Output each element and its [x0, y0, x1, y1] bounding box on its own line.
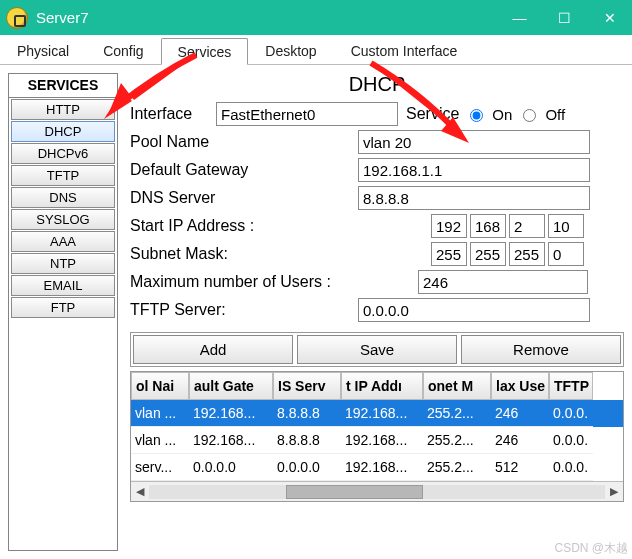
minimize-button[interactable]: — [497, 0, 542, 35]
sidebar-item-email[interactable]: EMAIL [11, 275, 115, 296]
dns-input[interactable] [358, 186, 590, 210]
table-cell: vlan ... [131, 427, 189, 454]
save-button[interactable]: Save [297, 335, 457, 364]
table-cell: 255.2... [423, 454, 491, 481]
table-row[interactable]: vlan ...192.168...8.8.8.8192.168...255.2… [131, 427, 623, 454]
table-cell: 192.168... [341, 400, 423, 427]
sidebar-item-ftp[interactable]: FTP [11, 297, 115, 318]
table-cell: 0.0.0.0 [189, 454, 273, 481]
table-cell: 192.168... [341, 427, 423, 454]
title-bar: Server7 — ☐ ✕ [0, 0, 632, 35]
col-maxuser[interactable]: lax Use [491, 372, 549, 400]
add-button[interactable]: Add [133, 335, 293, 364]
table-cell: 0.0.0. [549, 427, 593, 454]
mask-oct4[interactable] [548, 242, 584, 266]
start-ip-oct3[interactable] [509, 214, 545, 238]
grid-header: ol Nai ault Gate IS Serv t IP Addı onet … [131, 372, 623, 400]
col-gateway[interactable]: ault Gate [189, 372, 273, 400]
grid-hscroll[interactable]: ◀ ▶ [131, 481, 623, 501]
sidebar-item-ntp[interactable]: NTP [11, 253, 115, 274]
table-row[interactable]: vlan ...192.168...8.8.8.8192.168...255.2… [131, 400, 623, 427]
table-cell: 0.0.0.0 [273, 454, 341, 481]
services-sidebar: SERVICES HTTP DHCP DHCPv6 TFTP DNS SYSLO… [8, 73, 118, 551]
tftp-label: TFTP Server: [130, 301, 350, 319]
table-cell: vlan ... [131, 400, 189, 427]
service-label: Service [406, 105, 459, 123]
gateway-label: Default Gateway [130, 161, 350, 179]
sidebar-item-dhcp[interactable]: DHCP [11, 121, 115, 142]
scroll-thumb[interactable] [286, 485, 423, 499]
col-tftp[interactable]: TFTP [549, 372, 593, 400]
service-on-radio[interactable] [470, 109, 483, 122]
tab-services[interactable]: Services [161, 38, 249, 65]
table-cell: 512 [491, 454, 549, 481]
tab-bar: Physical Config Services Desktop Custom … [0, 35, 632, 65]
col-startip[interactable]: t IP Addı [341, 372, 423, 400]
start-ip-label: Start IP Address : [130, 217, 420, 235]
dhcp-panel: DHCP Interface Service On Off Pool Name … [126, 65, 632, 559]
table-cell: serv... [131, 454, 189, 481]
start-ip-oct4[interactable] [548, 214, 584, 238]
interface-label: Interface [130, 105, 208, 123]
mask-label: Subnet Mask: [130, 245, 420, 263]
maxusers-label: Maximum number of Users : [130, 273, 410, 291]
pool-name-input[interactable] [358, 130, 590, 154]
sidebar-item-http[interactable]: HTTP [11, 99, 115, 120]
action-buttons: Add Save Remove [130, 332, 624, 367]
table-cell: 246 [491, 400, 549, 427]
sidebar-item-syslog[interactable]: SYSLOG [11, 209, 115, 230]
start-ip-oct2[interactable] [470, 214, 506, 238]
app-icon [6, 7, 28, 29]
sidebar-item-aaa[interactable]: AAA [11, 231, 115, 252]
tab-custom-interface[interactable]: Custom Interface [334, 37, 475, 64]
window-title: Server7 [36, 9, 497, 26]
table-cell: 8.8.8.8 [273, 400, 341, 427]
sidebar-item-dns[interactable]: DNS [11, 187, 115, 208]
sidebar-item-tftp[interactable]: TFTP [11, 165, 115, 186]
table-row[interactable]: serv...0.0.0.00.0.0.0192.168...255.2...5… [131, 454, 623, 481]
mask-oct3[interactable] [509, 242, 545, 266]
table-cell: 192.168... [189, 400, 273, 427]
col-mask[interactable]: onet M [423, 372, 491, 400]
panel-title: DHCP [130, 73, 624, 96]
off-label: Off [545, 106, 565, 123]
tftp-input[interactable] [358, 298, 590, 322]
sidebar-header: SERVICES [9, 74, 117, 98]
col-dns[interactable]: IS Serv [273, 372, 341, 400]
scroll-left-icon[interactable]: ◀ [131, 485, 149, 498]
service-off-radio[interactable] [523, 109, 536, 122]
table-cell: 0.0.0. [549, 400, 593, 427]
interface-select[interactable] [216, 102, 398, 126]
on-label: On [492, 106, 512, 123]
gateway-input[interactable] [358, 158, 590, 182]
tab-config[interactable]: Config [86, 37, 160, 64]
maximize-button[interactable]: ☐ [542, 0, 587, 35]
table-cell: 255.2... [423, 427, 491, 454]
table-cell: 0.0.0. [549, 454, 593, 481]
table-cell: 246 [491, 427, 549, 454]
remove-button[interactable]: Remove [461, 335, 621, 364]
table-cell: 192.168... [341, 454, 423, 481]
tab-desktop[interactable]: Desktop [248, 37, 333, 64]
col-poolname[interactable]: ol Nai [131, 372, 189, 400]
pool-name-label: Pool Name [130, 133, 350, 151]
mask-oct2[interactable] [470, 242, 506, 266]
start-ip-oct1[interactable] [431, 214, 467, 238]
tab-physical[interactable]: Physical [0, 37, 86, 64]
table-cell: 255.2... [423, 400, 491, 427]
table-cell: 8.8.8.8 [273, 427, 341, 454]
sidebar-item-dhcpv6[interactable]: DHCPv6 [11, 143, 115, 164]
dns-label: DNS Server [130, 189, 350, 207]
maxusers-input[interactable] [418, 270, 588, 294]
pool-grid: ol Nai ault Gate IS Serv t IP Addı onet … [130, 371, 624, 502]
watermark: CSDN @木越 [554, 540, 628, 557]
scroll-right-icon[interactable]: ▶ [605, 485, 623, 498]
mask-oct1[interactable] [431, 242, 467, 266]
table-cell: 192.168... [189, 427, 273, 454]
close-button[interactable]: ✕ [587, 0, 632, 35]
